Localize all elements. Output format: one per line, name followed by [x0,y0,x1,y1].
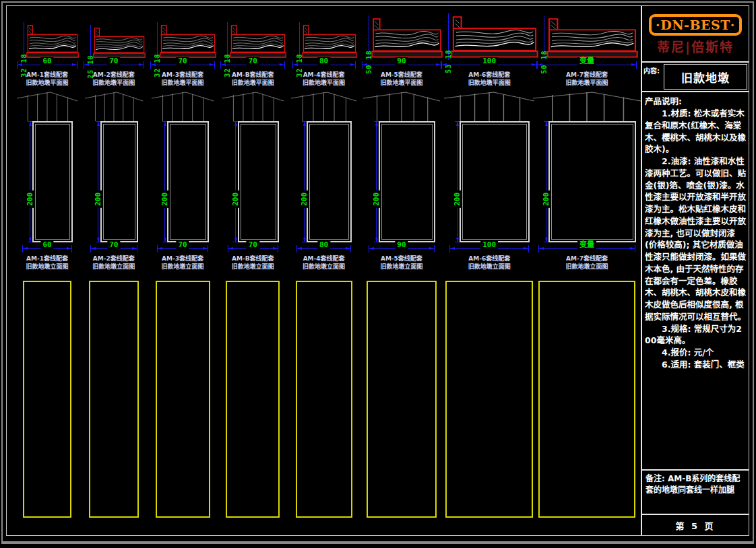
arrowhead-icon [97,238,100,242]
elevation-width-dimension: 70 [157,243,208,253]
arrowhead-icon [273,247,278,250]
floor-block-elevation [307,121,352,242]
profile-vertical-dimension: 50 18 [360,18,371,59]
plan-label-title: 旧款地墩平面图 [565,79,608,88]
arrowhead-icon [532,63,536,66]
elevation-label-title: 旧款地墩立面图 [92,263,135,271]
product-description-title: 产品说明: [645,94,746,107]
profile-width-dimension-text: 60 [40,57,53,65]
arrowhead-icon [29,121,32,126]
drawing-sheet: 32 18 60 [6,5,749,536]
dimension-line [98,121,98,242]
elevation-width-dimension-text: 70 [176,241,189,249]
arrowhead-icon [139,63,144,66]
elevation-label-title: 旧款地墩立面图 [162,263,204,271]
elevation-inner-outline [309,124,349,240]
elevation-width-dimension: 100 [449,243,529,253]
arrowhead-icon [303,121,306,126]
description-paragraph: 1.材质: 松木或者实木复合和原木(红橡木、海棠木、樱桃木、胡桃木以及橡胶木)。 [645,108,746,156]
content-value-box: 旧款地墩 [664,64,747,90]
layout-block-outline [296,281,352,518]
elevation-height-dimension-text: 200 [300,191,309,208]
product-description-paragraphs: 1.材质: 松木或者实木复合和原木(红橡木、海棠木、樱桃木、胡桃木以及橡胶木)。… [645,108,746,371]
elevation-height-dimension: 200 [156,121,167,242]
elevation-height-dimension-text: 200 [372,191,381,208]
elevation-height-dimension-text: 200 [231,191,240,208]
arrowhead-icon [545,121,548,126]
profile-vertical-dimension: 32 18 [219,25,229,59]
description-paragraph: 4.报价: 元/个 [645,347,746,359]
profile-section: 25 18 [82,13,146,59]
elevation-inner-outline [381,124,433,240]
arrowhead-icon [29,238,32,242]
profile-vertical-dimension: 32 18 [15,25,26,59]
page-number: 第 5 页 [675,519,715,532]
arrowhead-icon [456,238,459,242]
profile-section: 32 18 [15,13,79,59]
plan-label-title: 旧款地墩平面图 [26,79,68,88]
profile-width-dimension-text: 70 [247,57,259,65]
elevation-width-dimension: 60 [22,243,72,253]
arrowhead-icon [23,247,28,250]
profile-section: 32 18 [291,13,357,59]
title-block: ·DN-BEST· 蒂尼|倍斯特 内容: 旧款地墩 产品说明: 1.材质: 松木… [641,6,749,535]
profile-width-dimension-text: 100 [480,57,498,65]
arrowhead-icon [91,247,96,250]
elevation-section: 200 [449,121,530,242]
elevation-width-dimension-text: 100 [480,241,498,249]
profile-width-dimension: 变量 [537,59,637,69]
elevation-section: 200 [368,121,435,242]
arrowhead-icon [524,247,528,250]
arrowhead-icon [350,63,355,66]
layout-block-outline [23,281,71,518]
elevation-height-dimension: 200 [227,121,238,242]
plan-label-code: AM-B套线配套 [232,71,274,79]
elevation-width-dimension: 70 [90,243,137,253]
plan-label-code: AM-5套线配套 [380,71,422,79]
elevation-height-dimension-text: 200 [453,191,462,208]
molding-profile-drawing [230,25,286,59]
elevation-width-dimension-text: 80 [317,241,330,249]
profile-width-dimension: 90 [362,59,441,69]
profile-section: 32 18 [149,13,216,59]
drawing-column: 50 18 90 [361,13,441,518]
arrowhead-icon [450,247,455,250]
elevation-width-dimension: 90 [369,243,435,253]
drawing-column: 32 18 60 [15,13,80,518]
arrowhead-icon [234,238,237,242]
dn-best-logo: ·DN-BEST· [649,14,742,36]
profile-section: 53 18 [440,13,538,59]
arrowhead-icon [221,63,226,66]
description-paragraph: 6.适用: 套装门、框类 [645,359,746,371]
content-label: 内容: [643,64,664,90]
profile-width-dimension-text: 80 [317,57,330,65]
drawing-columns: 32 18 60 [15,13,637,518]
description-paragraph: 2.油漆: 油性漆和水性漆两种工艺。可以做旧、贴金(银)箔、喷金(银)漆。水性漆… [645,156,746,323]
elevation-inner-outline [462,124,527,240]
product-description-box: 产品说明: 1.材质: 松木或者实木复合和原木(红橡木、海棠木、樱桃木、胡桃木以… [642,92,749,471]
arrowhead-icon [456,121,459,126]
elevation-inner-outline [170,124,206,240]
arrowhead-icon [375,121,378,126]
elevation-label-title: 旧款地墩立面图 [468,263,511,271]
arrowhead-icon [84,63,89,66]
plan-label-code: AM-6套线配套 [468,71,511,79]
dimension-line [457,121,458,242]
arrowhead-icon [369,247,374,250]
layout-block-outline [156,281,210,518]
elevation-label-code: AM-4套线配套 [303,255,345,263]
arrowhead-icon [442,63,447,66]
profile-vertical-dimension: 32 18 [291,25,301,59]
logo-box: ·DN-BEST· 蒂尼|倍斯特 [642,6,749,63]
layout-block-outline [538,281,635,518]
elevation-view-label: AM-2套线配套 旧款地墩立面图 [92,255,135,273]
arrowhead-icon [97,121,100,126]
elevation-section: 200 [156,121,209,242]
note-box: 备注: AM-B系列的套线配套的地墩同套线一样加腿 [642,471,749,515]
elevation-height-dimension-text: 200 [94,191,102,208]
profile-width-dimension: 100 [441,59,537,69]
elevation-height-dimension: 200 [368,121,379,242]
elevation-height-dimension: 200 [449,121,460,242]
arrowhead-icon [630,247,635,250]
logo-text: ·DN-BEST· [656,18,735,32]
